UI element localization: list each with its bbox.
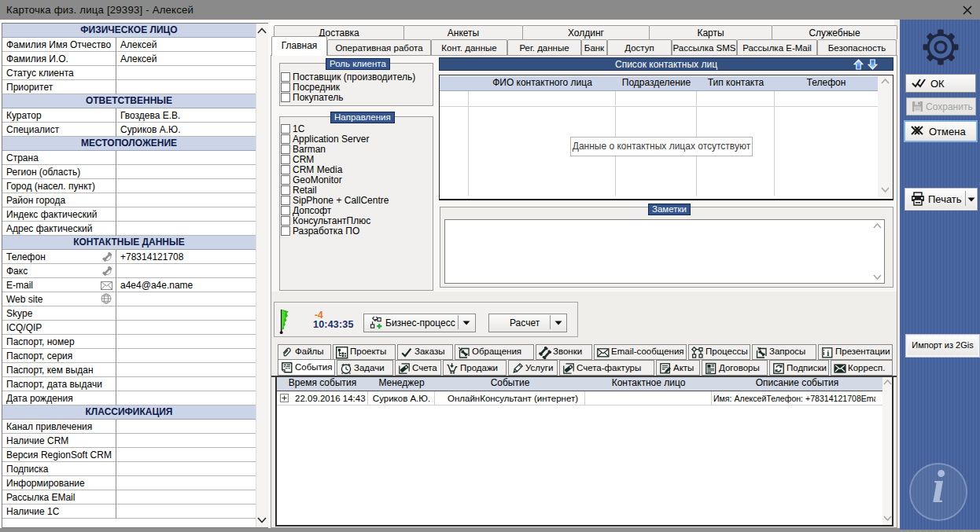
svg-text:i: i [827, 348, 829, 358]
